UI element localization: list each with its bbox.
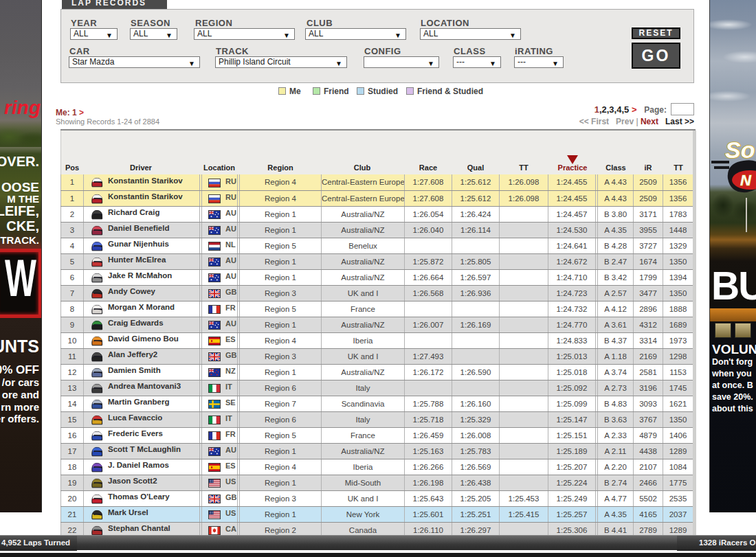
svg-text:N: N [740, 172, 752, 189]
svg-text:So: So [725, 137, 755, 163]
